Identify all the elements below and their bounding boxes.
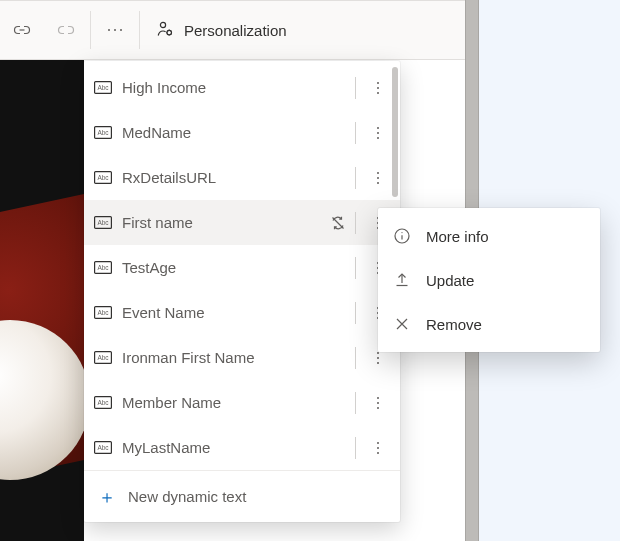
canvas-background-image bbox=[0, 60, 84, 541]
field-label: High Income bbox=[122, 79, 345, 96]
row-more-button[interactable] bbox=[364, 119, 392, 147]
svg-point-42 bbox=[377, 397, 379, 399]
svg-point-43 bbox=[377, 402, 379, 404]
ellipsis-vertical-icon bbox=[376, 81, 380, 95]
plus-icon: ＋ bbox=[98, 488, 116, 506]
unlink-icon-button[interactable] bbox=[44, 1, 88, 59]
field-row[interactable]: Abc RxDetailsURL bbox=[84, 155, 400, 200]
field-row[interactable]: Abc Event Name bbox=[84, 290, 400, 335]
ellipsis-vertical-icon bbox=[376, 351, 380, 365]
row-more-button[interactable] bbox=[364, 74, 392, 102]
field-label: TestAge bbox=[122, 259, 345, 276]
new-dynamic-text-label: New dynamic text bbox=[128, 488, 246, 505]
svg-text:Abc: Abc bbox=[97, 84, 109, 91]
info-icon bbox=[392, 226, 412, 246]
svg-point-1 bbox=[114, 29, 116, 31]
svg-point-0 bbox=[108, 29, 110, 31]
context-menu-more-info[interactable]: More info bbox=[378, 214, 600, 258]
row-more-button[interactable] bbox=[364, 434, 392, 462]
text-field-icon: Abc bbox=[94, 396, 112, 409]
svg-text:Abc: Abc bbox=[97, 309, 109, 316]
row-divider bbox=[355, 392, 356, 414]
person-gear-icon bbox=[156, 20, 174, 41]
svg-text:Abc: Abc bbox=[97, 354, 109, 361]
text-field-icon: Abc bbox=[94, 306, 112, 319]
svg-point-13 bbox=[377, 132, 379, 134]
svg-text:Abc: Abc bbox=[97, 129, 109, 136]
row-more-button[interactable] bbox=[364, 164, 392, 192]
field-label: MedName bbox=[122, 124, 345, 141]
svg-point-7 bbox=[377, 82, 379, 84]
context-menu-update[interactable]: Update bbox=[378, 258, 600, 302]
row-more-button[interactable] bbox=[364, 389, 392, 417]
upload-icon bbox=[392, 270, 412, 290]
text-field-icon: Abc bbox=[94, 81, 112, 94]
ellipsis-vertical-icon bbox=[376, 396, 380, 410]
row-divider bbox=[355, 257, 356, 279]
field-context-menu: More info Update Remove bbox=[378, 208, 600, 352]
svg-point-18 bbox=[377, 177, 379, 179]
svg-point-38 bbox=[377, 357, 379, 359]
top-toolbar: Personalization bbox=[0, 0, 465, 60]
link-icon-button[interactable] bbox=[0, 1, 44, 59]
ellipsis-vertical-icon bbox=[376, 441, 380, 455]
svg-point-19 bbox=[377, 182, 379, 184]
text-field-icon: Abc bbox=[94, 126, 112, 139]
sync-off-icon bbox=[329, 214, 347, 232]
svg-text:Abc: Abc bbox=[97, 399, 109, 406]
row-divider bbox=[355, 437, 356, 459]
svg-point-44 bbox=[377, 407, 379, 409]
personalization-label: Personalization bbox=[184, 22, 287, 39]
svg-point-39 bbox=[377, 362, 379, 364]
scrollbar-thumb[interactable] bbox=[392, 67, 398, 197]
svg-text:Abc: Abc bbox=[97, 219, 109, 226]
new-dynamic-text-button[interactable]: ＋ New dynamic text bbox=[84, 470, 400, 522]
context-menu-remove[interactable]: Remove bbox=[378, 302, 600, 346]
svg-point-3 bbox=[160, 22, 165, 27]
text-field-icon: Abc bbox=[94, 216, 112, 229]
toolbar-separator bbox=[90, 11, 91, 49]
svg-point-49 bbox=[377, 452, 379, 454]
field-row[interactable]: Abc First name bbox=[84, 200, 400, 245]
field-row[interactable]: Abc Member Name bbox=[84, 380, 400, 425]
ellipsis-icon bbox=[107, 28, 123, 32]
personalization-fields-panel: Abc High Income Abc bbox=[84, 61, 400, 522]
svg-text:Abc: Abc bbox=[97, 444, 109, 451]
row-divider bbox=[355, 167, 356, 189]
field-row[interactable]: Abc MyLastName bbox=[84, 425, 400, 470]
close-icon bbox=[392, 314, 412, 334]
svg-point-14 bbox=[377, 137, 379, 139]
row-divider bbox=[355, 347, 356, 369]
unlink-icon bbox=[57, 23, 75, 37]
row-divider bbox=[355, 302, 356, 324]
svg-point-52 bbox=[401, 232, 402, 233]
field-label: MyLastName bbox=[122, 439, 345, 456]
svg-point-8 bbox=[377, 87, 379, 89]
field-label: Ironman First Name bbox=[122, 349, 345, 366]
row-divider bbox=[355, 77, 356, 99]
text-field-icon: Abc bbox=[94, 351, 112, 364]
svg-text:Abc: Abc bbox=[97, 174, 109, 181]
field-row[interactable]: Abc High Income bbox=[84, 65, 400, 110]
row-divider bbox=[355, 122, 356, 144]
svg-point-47 bbox=[377, 442, 379, 444]
field-label: First name bbox=[122, 214, 319, 231]
field-row[interactable]: Abc TestAge bbox=[84, 245, 400, 290]
text-field-icon: Abc bbox=[94, 171, 112, 184]
svg-point-17 bbox=[377, 172, 379, 174]
field-label: Event Name bbox=[122, 304, 345, 321]
row-divider bbox=[355, 212, 356, 234]
svg-text:Abc: Abc bbox=[97, 264, 109, 271]
field-row[interactable]: Abc Ironman First Name bbox=[84, 335, 400, 380]
more-icon-button[interactable] bbox=[93, 1, 137, 59]
fields-list: Abc High Income Abc bbox=[84, 61, 400, 470]
field-label: RxDetailsURL bbox=[122, 169, 345, 186]
svg-point-48 bbox=[377, 447, 379, 449]
toolbar-separator bbox=[139, 11, 140, 49]
context-menu-label: Update bbox=[426, 272, 474, 289]
context-menu-label: Remove bbox=[426, 316, 482, 333]
text-field-icon: Abc bbox=[94, 441, 112, 454]
personalization-tab[interactable]: Personalization bbox=[142, 1, 301, 59]
field-label: Member Name bbox=[122, 394, 345, 411]
field-row[interactable]: Abc MedName bbox=[84, 110, 400, 155]
